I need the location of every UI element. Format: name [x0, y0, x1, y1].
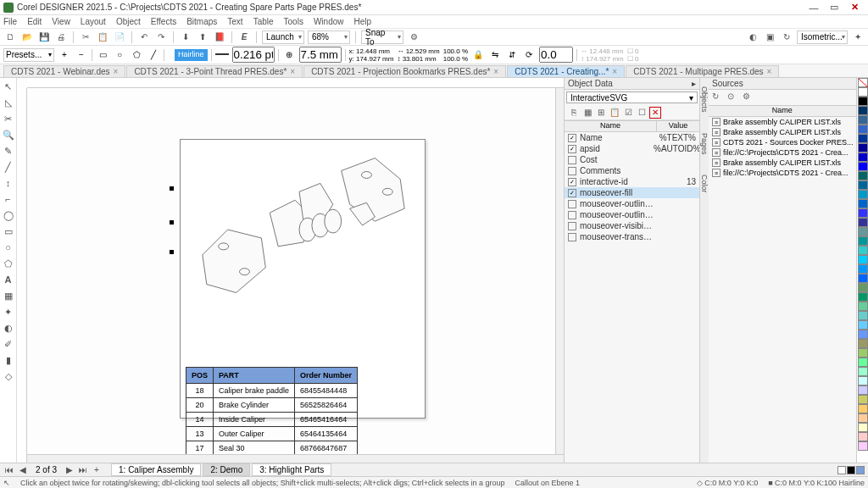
table-tool-icon[interactable]: ▦	[2, 289, 15, 302]
menu-bitmaps[interactable]: Bitmaps	[186, 17, 217, 26]
docker-tab-objects[interactable]: Objects	[700, 83, 709, 116]
checkbox[interactable]	[568, 178, 576, 186]
ruler-horizontal[interactable]	[27, 78, 564, 88]
checkbox[interactable]	[568, 211, 576, 219]
outline-tool-icon[interactable]: ◇	[2, 369, 15, 383]
prev-page-icon[interactable]: ◀	[17, 465, 29, 474]
scrollbar-horizontal[interactable]	[27, 454, 564, 463]
color-swatch[interactable]	[858, 255, 868, 264]
outline-indicator[interactable]: ■ C:0 M:0 Y:0 K:100 Hairline	[768, 479, 865, 487]
text-tool-icon[interactable]: A	[2, 273, 15, 286]
document-tab[interactable]: CDTS 2021 - Multipage PRES.des×	[626, 65, 779, 77]
lock-ratio-icon[interactable]: 🔒	[471, 48, 485, 62]
zoom-dropdown[interactable]: 68%	[308, 30, 350, 44]
color-swatch[interactable]	[858, 152, 868, 162]
new-icon[interactable]: 🗋	[3, 30, 17, 44]
launch-dropdown[interactable]: Launch	[262, 30, 304, 44]
color-swatch[interactable]	[858, 106, 868, 115]
dimension-tool-icon[interactable]: ↕	[2, 176, 15, 190]
color-swatch[interactable]	[858, 246, 868, 255]
menu-effects[interactable]: Effects	[151, 17, 176, 26]
3d-tools-icon[interactable]: ▣	[763, 30, 776, 44]
color-swatch[interactable]	[858, 376, 868, 385]
select-all-icon[interactable]: ☑	[622, 107, 634, 119]
equation-icon[interactable]: E	[237, 30, 251, 44]
checkbox[interactable]	[568, 145, 576, 153]
color-swatch[interactable]	[858, 134, 868, 143]
redo-icon[interactable]: ↷	[154, 30, 168, 44]
object-data-row[interactable]: mouseover-visibility	[565, 220, 699, 231]
last-page-icon[interactable]: ⏭	[77, 465, 89, 474]
color-swatch[interactable]	[858, 162, 868, 171]
checkbox[interactable]	[568, 200, 576, 208]
menu-edit[interactable]: Edit	[27, 17, 42, 26]
source-row[interactable]: ≡Brake assembly CALIPER LIST.xls3	[709, 158, 868, 168]
transparency-tool-icon[interactable]: ◐	[2, 321, 15, 335]
undo-icon[interactable]: ↶	[137, 30, 151, 44]
color-swatch[interactable]	[858, 432, 868, 441]
page-tab[interactable]: 3: Highlight Parts	[252, 463, 331, 476]
projection-dropdown[interactable]: Isometric...	[797, 30, 848, 44]
pick-tool-icon[interactable]: ↖	[2, 80, 15, 93]
color-swatch[interactable]	[858, 311, 868, 320]
rect-icon[interactable]: ▭	[96, 48, 109, 62]
line-style-icon[interactable]	[215, 53, 229, 56]
checkbox[interactable]	[568, 156, 576, 164]
document-tab[interactable]: CDTS 2021 - Webinar.des×	[3, 65, 125, 77]
color-swatch[interactable]	[858, 180, 868, 190]
name-column-header[interactable]: Name	[565, 121, 657, 131]
color-swatch[interactable]	[858, 292, 868, 302]
remove-preset-icon[interactable]: −	[75, 48, 88, 62]
open-icon[interactable]: 📂	[20, 30, 34, 44]
page-tab[interactable]: 2: Demo	[203, 463, 250, 476]
color-swatch[interactable]	[858, 264, 868, 274]
color-swatch[interactable]	[858, 115, 868, 125]
effects-tool-icon[interactable]: ✦	[2, 305, 15, 319]
object-data-type-dropdown[interactable]: InteractiveSVG▾	[566, 92, 698, 103]
eyedropper-tool-icon[interactable]: ✐	[2, 337, 15, 351]
color-swatch[interactable]	[858, 227, 868, 236]
next-page-icon[interactable]: ▶	[64, 465, 75, 474]
crop-tool-icon[interactable]: ✂	[2, 112, 15, 125]
scrollbar-vertical[interactable]	[555, 88, 564, 454]
white-swatch[interactable]	[837, 466, 846, 474]
minimize-button[interactable]: —	[804, 2, 824, 14]
paste-icon[interactable]: 📄	[113, 30, 126, 44]
rotation-input[interactable]	[539, 47, 573, 63]
document-tab[interactable]: CDTS 2021 - 3-Point Thread PRES.des*×	[126, 65, 303, 77]
snap-dropdown[interactable]: Snap To	[361, 30, 403, 44]
color-swatch[interactable]	[858, 348, 868, 358]
menu-tools[interactable]: Tools	[284, 17, 303, 26]
color-swatch[interactable]	[858, 339, 868, 348]
color-swatch[interactable]	[858, 171, 868, 180]
document-tab[interactable]: CDTS 2021 - Projection Bookmarks PRES.de…	[303, 65, 506, 77]
cut-icon[interactable]: ✂	[79, 30, 92, 44]
color-swatch[interactable]	[858, 208, 868, 218]
page-tab[interactable]: 1: Caliper Assembly	[111, 463, 201, 476]
color-swatch[interactable]	[858, 320, 868, 330]
menu-view[interactable]: View	[52, 17, 70, 26]
field-editor-icon[interactable]: ⎘	[568, 107, 580, 119]
mirror-v-icon[interactable]: ⇵	[505, 48, 519, 62]
hairline-button[interactable]: Hairline	[175, 49, 208, 61]
menu-window[interactable]: Window	[314, 17, 344, 26]
fill-indicator[interactable]: ◇ C:0 M:0 Y:0 K:0	[697, 479, 758, 487]
options-icon[interactable]: ⚙	[743, 92, 754, 103]
object-data-row[interactable]: interactive-id13	[565, 176, 699, 187]
line-icon[interactable]: ╱	[147, 48, 160, 62]
nudge-input[interactable]	[299, 47, 342, 63]
sources-list[interactable]: ≡Brake assembly CALIPER LIST.xls1≡Brake …	[709, 117, 868, 178]
presets-dropdown[interactable]: Presets...	[3, 48, 54, 62]
menu-object[interactable]: Object	[116, 17, 141, 26]
object-data-row[interactable]: Cost	[565, 154, 699, 165]
copy-data-icon[interactable]: 📋	[609, 107, 620, 119]
add-page-icon[interactable]: +	[91, 465, 103, 474]
object-data-row[interactable]: mouseover-outline-width	[565, 209, 699, 220]
blue-swatch[interactable]	[856, 466, 865, 474]
line-tool-icon[interactable]: ╱	[2, 160, 15, 174]
color-swatch[interactable]	[858, 274, 868, 283]
color-swatch[interactable]	[858, 283, 868, 292]
checkbox[interactable]	[568, 189, 576, 197]
color-swatch[interactable]	[858, 302, 868, 311]
first-page-icon[interactable]: ⏮	[3, 465, 15, 474]
